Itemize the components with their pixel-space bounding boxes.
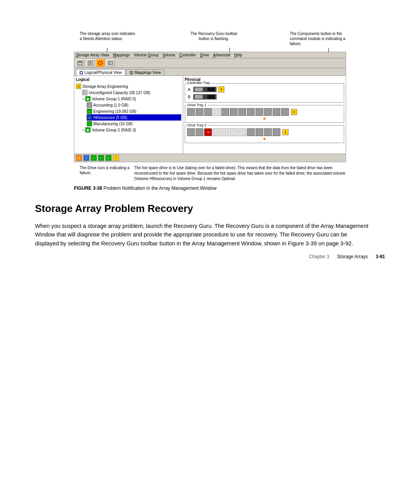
status-icon-5: ✓ xyxy=(105,155,112,161)
page-footer: Chapter 3 Storage Arrays 3-91 xyxy=(309,254,385,259)
drive-d2-7 xyxy=(238,128,246,136)
svg-rect-10 xyxy=(80,72,82,74)
drive-tray-1-label: Drive Tray 1 xyxy=(187,103,207,107)
tree-item-hresources[interactable]: ▪ HResources (5 GB) xyxy=(87,114,181,121)
ctrl-b-seg3 xyxy=(205,95,206,99)
tree-label-unconfigured: Unconfigured Capacity (38.137 GB) xyxy=(89,91,150,95)
drive-d1-2 xyxy=(196,108,203,116)
menu-drive[interactable]: Drive xyxy=(200,53,209,57)
tree-item-vg1[interactable]: ⊟ ▣ Volume Group 1 (RAID 5) xyxy=(82,96,181,102)
tree-icon-vg1: ▣ xyxy=(85,96,91,102)
callout-top-2: The Recovery Guru toolbar button is flas… xyxy=(189,31,239,46)
tree-item-storage-array[interactable]: ⚠ Storage Array Engineering xyxy=(76,83,181,89)
drive-d1-3 xyxy=(204,108,212,116)
drive-d2-1 xyxy=(187,128,195,136)
tree-item-unconfigured[interactable]: □ Unconfigured Capacity (38.137 GB) xyxy=(82,89,181,96)
drive-d1-10 xyxy=(264,108,272,116)
tab-logical-physical[interactable]: Logical/Physical View xyxy=(76,69,125,75)
ctrl-a-seg1 xyxy=(195,88,203,91)
drive-d2-10 xyxy=(264,128,272,136)
drive-tray-2-indicator xyxy=(186,136,343,142)
toolbar-btn-4[interactable] xyxy=(106,59,115,67)
ctrl-a-seg4 xyxy=(207,88,215,91)
ctrl-b-seg1 xyxy=(195,95,203,99)
tree-label-accounting: Accounting (1.0 GB) xyxy=(93,103,128,107)
amw-main: Logical ⚠ Storage Array Engineering □ Un… xyxy=(74,75,346,154)
menu-volume-group[interactable]: Volume Group xyxy=(134,53,159,57)
tree-label-manufacturing: Manufacturing (10 GB) xyxy=(93,122,133,126)
status-icon-3: ✓ xyxy=(91,155,97,161)
toolbar-btn-1[interactable] xyxy=(76,59,84,67)
controller-a-label: A xyxy=(188,88,192,92)
menu-advanced[interactable]: Advanced xyxy=(213,53,230,57)
controller-b-row: B xyxy=(186,93,343,101)
controller-tray-label: Controller Tray xyxy=(186,81,211,85)
tree-item-engineering[interactable]: ▪ Engineering (19.092 GB) xyxy=(87,108,181,114)
menu-controller[interactable]: Controller xyxy=(179,53,196,57)
figure-caption-label: FIGURE 3-38 xyxy=(74,186,102,191)
drive-d1-6 xyxy=(230,108,238,116)
tree-label-vg2: Volume Group 2 (RAID 3) xyxy=(92,128,136,132)
controller-a-error-icon: ! xyxy=(218,86,224,93)
figure-container: The storage array icon indicates a Needs… xyxy=(35,31,385,191)
menu-storage-array-view[interactable]: Storage Array View xyxy=(76,53,109,57)
tree-icon-unconfigured: □ xyxy=(82,90,88,95)
tree-label-vg1: Volume Group 1 (RAID 5) xyxy=(92,97,136,101)
drive-d1-11 xyxy=(273,108,280,116)
tab-mappings-label: Mappings View xyxy=(135,70,161,75)
tree-label-engineering: Engineering (19.092 GB) xyxy=(93,109,136,114)
tree-icon-hresources: ▪ xyxy=(87,115,92,120)
ctrl-a-seg3 xyxy=(205,88,206,91)
svg-rect-7 xyxy=(108,61,112,65)
drive-tray-1-box: Drive Tray 1 xyxy=(185,105,344,123)
drive-d2-3: ✕ xyxy=(204,128,212,136)
callout-drive-icon-text: The Drive icon is indicating a failure. xyxy=(80,165,130,175)
status-icon-6: ! xyxy=(113,155,119,161)
tree-icon-vg2: ▣ xyxy=(85,127,91,133)
drive-tray-2-error-icon: ! xyxy=(282,129,289,135)
callout-top-1: The storage array icon indicates a Needs… xyxy=(80,31,138,46)
callouts-bottom: The Drive icon is indicating a failure. … xyxy=(80,165,352,182)
drive-tray-1-dot xyxy=(263,117,266,120)
drive-d2-8 xyxy=(247,128,255,136)
amw-menubar: Storage Array View Mappings Volume Group… xyxy=(74,52,346,58)
drive-tray-2-label: Drive Tray 2 xyxy=(187,123,207,127)
drive-d2-11 xyxy=(273,128,280,136)
tree-icon-manufacturing: ▪ xyxy=(87,121,92,126)
tab-logical-physical-label: Logical/Physical View xyxy=(84,70,122,75)
tree-item-accounting[interactable]: ▪ Accounting (1.0 GB) xyxy=(87,102,181,108)
amw-logical-panel: Logical ⚠ Storage Array Engineering □ Un… xyxy=(74,76,183,154)
page-content: The storage array icon indicates a Needs… xyxy=(0,0,420,271)
toolbar-btn-recovery-guru[interactable]: ! xyxy=(96,59,105,67)
svg-rect-0 xyxy=(78,61,82,65)
amw-tabs: Logical/Physical View Mappings View xyxy=(74,68,346,75)
drive-d2-4 xyxy=(213,128,220,136)
footer-chapter: Chapter 3 xyxy=(309,254,329,259)
menu-mappings[interactable]: Mappings xyxy=(113,53,130,57)
figure-caption-text: Problem Notification in the Array Manage… xyxy=(103,186,217,191)
callout-bottom-left: The Drive icon is indicating a failure. xyxy=(80,165,130,175)
menu-help[interactable]: Help xyxy=(234,53,242,57)
tree-item-manufacturing[interactable]: ▪ Manufacturing (10 GB) xyxy=(87,121,181,127)
ctrl-b-seg4 xyxy=(207,95,215,99)
tree-item-vg2[interactable]: ⊟ ▣ Volume Group 2 (RAID 3) xyxy=(82,127,181,133)
menu-volume[interactable]: Volume xyxy=(163,53,175,57)
amw-screenshot: Storage Array View Mappings Volume Group… xyxy=(74,52,346,162)
drive-d2-6 xyxy=(230,128,238,136)
drive-tray-2-row: ✕ ! xyxy=(186,127,343,136)
drive-tray-1-row: ! xyxy=(186,107,343,116)
controller-tray-box: Controller Tray A ! xyxy=(185,83,344,103)
toolbar-btn-2[interactable] xyxy=(86,59,94,67)
controller-b-bar xyxy=(193,94,217,100)
tree-label-hresources: HResources (5 GB) xyxy=(93,116,127,120)
amw-statusbar: ⚠ i ✓ ✓ ✓ ! xyxy=(74,154,346,162)
tab-mappings[interactable]: Mappings View xyxy=(126,69,164,75)
drive-d1-9 xyxy=(256,108,263,116)
controller-tray-section: Controller Tray A ! xyxy=(185,83,344,103)
status-icon-1: ⚠ xyxy=(76,155,82,161)
drive-tray-2-section: Drive Tray 2 ✕ xyxy=(185,125,344,143)
tree-icon-accounting: ▪ xyxy=(87,102,92,108)
callout-bottom-right: The hot spare drive is In Use (taking ov… xyxy=(134,165,352,182)
tree-icon-engineering: ▪ xyxy=(87,108,92,114)
controller-a-bar xyxy=(193,87,217,92)
